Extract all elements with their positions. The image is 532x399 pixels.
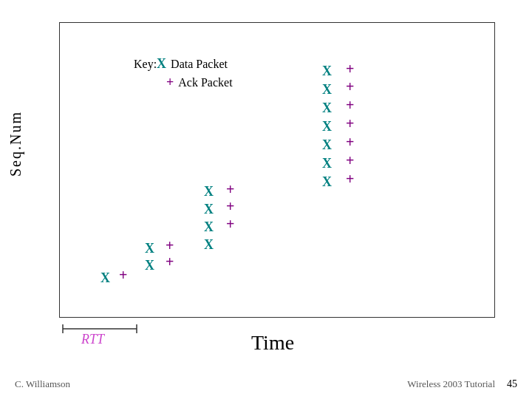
data-x-4b: X xyxy=(322,82,332,98)
rtt-label: RTT xyxy=(81,332,104,347)
data-x-3d: X xyxy=(204,237,214,253)
data-x-2b: X xyxy=(145,258,154,273)
key-area: Key: X Data Packet + Ack Packet xyxy=(134,56,233,93)
data-plus-4e: + xyxy=(346,134,354,151)
y-axis-label: Seq.Num xyxy=(7,111,24,177)
key-x-symbol: X xyxy=(157,56,166,72)
data-x-4e: X xyxy=(322,137,332,153)
key-data-packet-label: Data Packet xyxy=(171,58,228,71)
data-x-4c: X xyxy=(322,100,332,116)
data-plus-2b: + xyxy=(166,253,174,270)
time-label: Time xyxy=(251,331,294,355)
data-plus-3a: + xyxy=(226,181,234,198)
data-x-3a: X xyxy=(204,184,214,200)
footer-tutorial: Wireless 2003 Tutorial xyxy=(407,378,495,390)
data-x-3c: X xyxy=(204,219,214,235)
data-plus-4d: + xyxy=(346,115,354,132)
data-plus-1: + xyxy=(119,267,127,284)
data-plus-4g: + xyxy=(346,171,354,188)
data-x-4g: X xyxy=(322,174,332,190)
footer-page: 45 xyxy=(507,378,517,390)
chart-box: Key: X Data Packet + Ack Packet X + X + … xyxy=(59,22,495,318)
footer-right: Wireless 2003 Tutorial 45 xyxy=(407,378,517,390)
data-plus-3c: + xyxy=(226,216,234,233)
key-plus-symbol: + xyxy=(166,75,174,90)
data-x-1: X xyxy=(100,270,110,286)
data-plus-2a: + xyxy=(166,237,174,254)
data-plus-4a: + xyxy=(346,61,354,78)
data-x-4f: X xyxy=(322,156,332,171)
footer-author: C. Williamson xyxy=(15,378,70,390)
key-ack-packet-label: Ack Packet xyxy=(178,76,232,89)
data-x-3b: X xyxy=(204,202,214,217)
data-plus-4f: + xyxy=(346,152,354,169)
data-x-4d: X xyxy=(322,119,332,134)
key-label: Key: xyxy=(134,58,157,71)
rtt-area: RTT xyxy=(59,321,140,345)
data-x-2a: X xyxy=(145,241,154,256)
data-plus-3b: + xyxy=(226,198,234,215)
slide-container: Seq.Num Key: X Data Packet + Ack Packet … xyxy=(0,0,532,399)
data-x-4a: X xyxy=(322,64,332,79)
data-plus-4b: + xyxy=(346,78,354,95)
data-plus-4c: + xyxy=(346,97,354,114)
